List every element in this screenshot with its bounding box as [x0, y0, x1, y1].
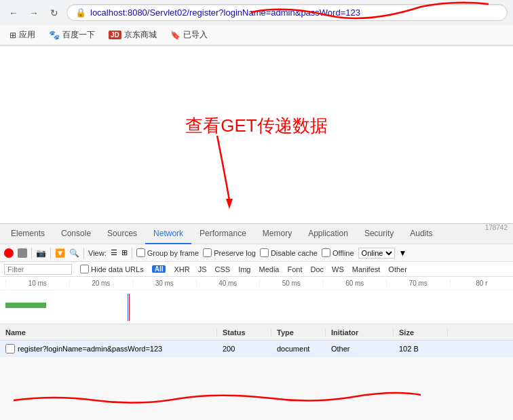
camera-icon[interactable]: 📷 — [36, 248, 46, 258]
timeline-30ms: 30 ms — [132, 280, 196, 287]
header-type: Type — [271, 328, 326, 337]
timeline-red-line — [129, 294, 130, 321]
throttle-select[interactable]: Online — [358, 248, 395, 259]
filter-font[interactable]: Font — [287, 265, 302, 273]
nav-bar: ← → ↻ 🔒 localhost:8080/Servlet02/registe… — [0, 0, 513, 25]
header-status: Status — [217, 328, 271, 337]
tab-audits[interactable]: Audits — [402, 224, 440, 244]
header-size: Size — [394, 328, 448, 337]
tab-memory[interactable]: Memory — [254, 224, 300, 244]
back-button[interactable]: ← — [5, 5, 22, 21]
devtools-panel: Elements Console Sources Network Perform… — [0, 223, 513, 420]
address-text: localhost:8080/Servlet02/register?loginN… — [90, 7, 360, 18]
group-by-frame-checkbox[interactable]: Group by frame — [136, 248, 199, 257]
apps-icon: ⊞ — [10, 31, 16, 40]
address-bar[interactable]: 🔒 localhost:8080/Servlet02/register?logi… — [66, 4, 508, 21]
lock-icon: 🔒 — [75, 7, 86, 18]
view-label: View: — [88, 249, 107, 257]
page-content: 查看GET传递数据 — [0, 46, 513, 206]
row-size: 102 B — [394, 345, 448, 353]
filter-icon[interactable]: 🔽 — [55, 248, 65, 258]
toolbar-separator-4 — [132, 248, 132, 259]
timeline-40ms: 40 ms — [196, 280, 260, 287]
timeline-80ms: 80 r — [450, 280, 514, 287]
tab-elements[interactable]: Elements — [3, 224, 53, 244]
filter-css[interactable]: CSS — [215, 265, 231, 273]
header-initiator: Initiator — [326, 328, 394, 337]
bookmark-jd[interactable]: JD 京东商城 — [104, 28, 161, 42]
timeline-60ms: 60 ms — [323, 280, 387, 287]
filter-bar: Hide data URLs All XHR JS CSS Img Media … — [0, 262, 513, 277]
grid-view-icon[interactable]: ⊞ — [121, 248, 128, 257]
tab-sources[interactable]: Sources — [99, 224, 145, 244]
jd-icon: JD — [109, 31, 121, 39]
record-button[interactable] — [4, 248, 14, 258]
devtools-tabs: Elements Console Sources Network Perform… — [0, 224, 513, 244]
bookmark-apps[interactable]: ⊞ 应用 — [5, 28, 39, 42]
offline-checkbox[interactable]: Offline — [322, 248, 354, 257]
timeline-green-bar — [5, 303, 46, 308]
timeline-header: 10 ms 20 ms 30 ms 40 ms 50 ms 60 ms 70 m… — [0, 277, 513, 290]
filter-input[interactable] — [4, 264, 72, 275]
page-main-text: 查看GET传递数据 — [185, 114, 327, 138]
tab-security[interactable]: Security — [356, 224, 402, 244]
bookmark-icon: 🔖 — [170, 31, 180, 40]
row-name: register?loginName=admin&passWord=123 — [0, 344, 217, 354]
timeline-blue-line — [128, 294, 128, 321]
forward-button[interactable]: → — [26, 5, 42, 21]
tab-network[interactable]: Network — [145, 224, 191, 244]
bookmarks-bar: ⊞ 应用 🐾 百度一下 JD 京东商城 🔖 已导入 — [0, 25, 513, 45]
toolbar-separator-2 — [50, 248, 51, 259]
refresh-button[interactable]: ↻ — [46, 5, 62, 21]
filter-js[interactable]: JS — [198, 265, 207, 273]
filter-media[interactable]: Media — [259, 265, 279, 273]
filter-other[interactable]: Other — [388, 265, 407, 273]
tab-performance[interactable]: Performance — [191, 224, 254, 244]
jd-label: 京东商城 — [124, 29, 157, 41]
page-number: 178742 — [485, 224, 508, 231]
stop-button[interactable] — [18, 248, 27, 258]
filter-manifest[interactable]: Manifest — [352, 265, 381, 273]
timeline-70ms: 70 ms — [386, 280, 450, 287]
all-filter-badge[interactable]: All — [152, 265, 166, 273]
row-checkbox[interactable] — [5, 344, 15, 354]
import-label: 已导入 — [183, 29, 208, 41]
filter-xhr[interactable]: XHR — [174, 265, 189, 273]
table-row[interactable]: register?loginName=admin&passWord=123 20… — [0, 341, 513, 357]
timeline-50ms: 50 ms — [259, 280, 323, 287]
timeline-10ms: 10 ms — [5, 280, 69, 287]
toolbar-separator-3 — [83, 248, 84, 259]
hide-data-urls-checkbox[interactable]: Hide data URLs — [80, 265, 144, 273]
toolbar-separator-1 — [31, 248, 32, 259]
filter-ws[interactable]: WS — [332, 265, 344, 273]
header-name: Name — [0, 328, 217, 337]
throttle-chevron-icon: ▼ — [399, 248, 407, 258]
network-table: Name Status Type Initiator Size register… — [0, 324, 513, 420]
apps-label: 应用 — [19, 29, 35, 41]
timeline-bar — [0, 290, 513, 324]
tab-console[interactable]: Console — [53, 224, 99, 244]
list-view-icon[interactable]: ☰ — [111, 248, 117, 257]
disable-cache-checkbox[interactable]: Disable cache — [260, 248, 318, 257]
row-initiator: Other — [326, 345, 394, 353]
devtools-toolbar: 📷 🔽 🔍 View: ☰ ⊞ Group by frame Preserve … — [0, 244, 513, 262]
tab-application[interactable]: Application — [300, 224, 356, 244]
network-table-header: Name Status Type Initiator Size — [0, 324, 513, 341]
filter-doc[interactable]: Doc — [310, 265, 324, 273]
search-icon[interactable]: 🔍 — [69, 248, 79, 258]
baidu-icon: 🐾 — [49, 30, 60, 40]
bookmark-baidu[interactable]: 🐾 百度一下 — [45, 28, 99, 42]
filter-img[interactable]: Img — [238, 265, 250, 273]
baidu-label: 百度一下 — [62, 29, 95, 41]
row-status: 200 — [217, 345, 271, 353]
bookmark-import[interactable]: 🔖 已导入 — [166, 28, 212, 42]
preserve-log-checkbox[interactable]: Preserve log — [203, 248, 256, 257]
timeline-20ms: 20 ms — [69, 280, 133, 287]
row-type: document — [271, 345, 326, 353]
